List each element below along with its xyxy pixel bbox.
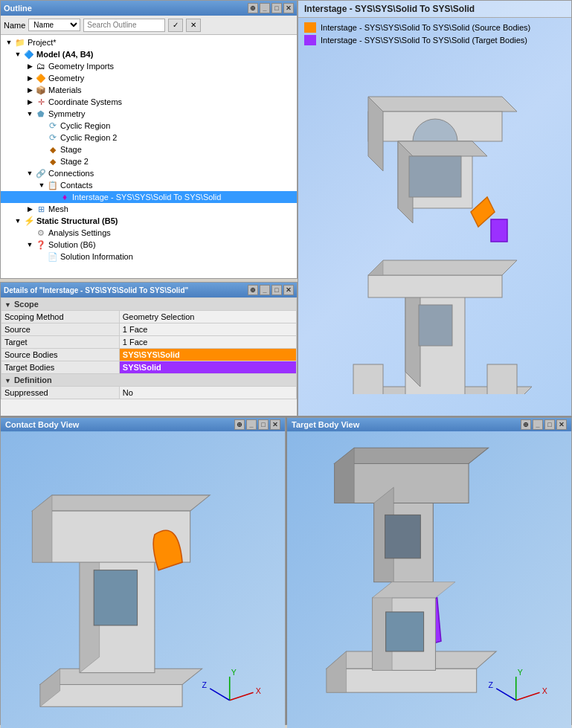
definition-toggle[interactable]: ▼ [4, 377, 11, 384]
maximize-button[interactable]: □ [271, 3, 282, 13]
contact-pin-btn[interactable]: ⊕ [234, 419, 245, 430]
minimize-button[interactable]: _ [260, 3, 270, 13]
details-panel: Details of "Interstage - SYS\SYS\Solid T… [0, 282, 298, 416]
expander-solution[interactable]: ▼ [25, 239, 35, 250]
svg-marker-0 [368, 97, 517, 112]
details-minimize-button[interactable]: _ [260, 285, 270, 295]
expander-interstage [48, 192, 59, 202]
target-body-view: Target Body View ⊕ _ □ ✕ [286, 417, 572, 725]
tree-item-mesh[interactable]: ▶ ⊞ Mesh [1, 203, 297, 215]
row-target-bodies: Target Bodies SYS\Solid [1, 361, 297, 374]
tree-label-solution: Solution (B6) [48, 240, 96, 249]
svg-text:Y: Y [518, 668, 523, 677]
tree-item-analysis-settings[interactable]: ⚙ Analysis Settings [1, 227, 297, 239]
pin-button[interactable]: ⊕ [248, 3, 258, 13]
val-scoping-method: Geometry Selection [119, 311, 296, 323]
tree-label-connections: Connections [48, 169, 94, 178]
svg-rect-54 [386, 612, 424, 651]
tree-item-model[interactable]: ▼ 🔷 Model (A4, B4) [1, 48, 297, 60]
tree-item-stage2[interactable]: ◆ Stage 2 [1, 155, 297, 167]
tree-item-solution-info[interactable]: 📄 Solution Information [1, 251, 297, 262]
expander-contacts[interactable]: ▼ [36, 180, 47, 190]
tree-item-geometry[interactable]: ▶ 🔶 Geometry [1, 72, 297, 84]
tree-item-static-structural[interactable]: ▼ ⚡ Static Structural (B5) [1, 215, 297, 227]
geo-imports-icon: 🗂 [35, 61, 47, 71]
expander-connections[interactable]: ▼ [25, 168, 35, 178]
expander-geo-imports[interactable]: ▶ [25, 61, 35, 71]
tree-item-connections[interactable]: ▼ 🔗 Connections [1, 167, 297, 179]
expander-sol-info [36, 251, 47, 262]
mesh-icon: ⊞ [35, 204, 47, 214]
svg-marker-21 [368, 260, 517, 275]
target-body-controls: ⊕ _ □ ✕ [521, 419, 567, 430]
target-body-canvas: X Y Z [287, 431, 571, 728]
val-target: 1 Face [119, 336, 296, 349]
tree-item-materials[interactable]: ▶ 📦 Materials [1, 84, 297, 96]
expander-model[interactable]: ▼ [13, 49, 23, 59]
val-source: 1 Face [119, 323, 296, 336]
row-source: Source 1 Face [1, 323, 297, 336]
bottom-section: Contact Body View ⊕ _ □ ✕ [0, 416, 572, 725]
expander-geometry[interactable]: ▶ [25, 73, 35, 83]
outline-titlebar: Outline ⊕ _ □ ✕ [1, 1, 297, 16]
contact-body-view: Contact Body View ⊕ _ □ ✕ [0, 417, 286, 725]
name-dropdown[interactable]: Name [28, 19, 80, 31]
val-source-bodies: SYS\SYS\Solid [119, 349, 296, 361]
cyclic-icon2: ⟳ [47, 132, 59, 143]
tree-item-cyclic-region[interactable]: ⟳ Cyclic Region [1, 120, 297, 132]
svg-rect-9 [491, 219, 507, 242]
outline-panel: Outline ⊕ _ □ ✕ Name Name ✓ [0, 0, 298, 279]
expander-coord-sys[interactable]: ▶ [25, 97, 35, 107]
expander-stage [36, 144, 47, 155]
tree-item-solution[interactable]: ▼ ❓ Solution (B6) [1, 239, 297, 251]
prop-scoping-method: Scoping Method [1, 311, 120, 323]
tree-label-cyclic2: Cyclic Region 2 [60, 133, 117, 142]
tree-item-symmetry[interactable]: ▼ ⬟ Symmetry [1, 108, 297, 120]
svg-marker-6 [398, 141, 487, 156]
tree-item-coordinate-systems[interactable]: ▶ ✛ Coordinate Systems [1, 96, 297, 108]
close-button[interactable]: ✕ [283, 3, 294, 13]
tree-item-geometry-imports[interactable]: ▶ 🗂 Geometry Imports [1, 60, 297, 72]
svg-text:Z: Z [489, 680, 494, 689]
row-target: Target 1 Face [1, 336, 297, 349]
stage-icon: ◆ [47, 144, 59, 155]
main-view-legend: Interstage - SYS\SYS\Solid To SYS\Solid … [298, 18, 571, 52]
tree-item-interstage[interactable]: ♦ Interstage - SYS\SYS\Solid To SYS\Soli… [1, 191, 297, 203]
tree-item-project[interactable]: ▼ 📁 Project* [1, 36, 297, 48]
search-cancel-button[interactable]: ✕ [186, 19, 201, 32]
tree-label-solution-info: Solution Information [60, 252, 133, 261]
contact-close-btn[interactable]: ✕ [270, 419, 280, 430]
coord-sys-icon: ✛ [35, 97, 47, 107]
materials-icon: 📦 [35, 85, 47, 95]
tree-label-analysis-settings: Analysis Settings [48, 228, 111, 237]
details-maximize-button[interactable]: □ [271, 285, 282, 295]
scope-toggle[interactable]: ▼ [4, 301, 11, 309]
contact-max-btn[interactable]: □ [258, 419, 269, 430]
contact-min-btn[interactable]: _ [246, 419, 257, 430]
tree-item-cyclic-region2[interactable]: ⟳ Cyclic Region 2 [1, 132, 297, 144]
expander-mesh[interactable]: ▶ [25, 204, 35, 214]
expander-symmetry[interactable]: ▼ [25, 109, 35, 119]
details-close-button[interactable]: ✕ [283, 285, 294, 295]
target-max-btn[interactable]: □ [544, 419, 555, 430]
sol-info-icon: 📄 [47, 251, 59, 262]
expander-materials[interactable]: ▶ [25, 85, 35, 95]
target-close-btn[interactable]: ✕ [556, 419, 567, 430]
target-min-btn[interactable]: _ [533, 419, 543, 430]
svg-rect-25 [40, 685, 182, 707]
val-suppressed: No [119, 387, 296, 399]
search-input[interactable] [83, 19, 165, 32]
tree-item-stage[interactable]: ◆ Stage [1, 144, 297, 155]
tree-label-stage: Stage [60, 145, 82, 154]
details-pin-button[interactable]: ⊕ [248, 285, 258, 295]
legend-item-source: Interstage - SYS\SYS\Solid To SYS\Solid … [304, 22, 565, 33]
search-confirm-button[interactable]: ✓ [168, 19, 183, 32]
contact-body-titlebar: Contact Body View ⊕ _ □ ✕ [1, 418, 285, 431]
tree-item-contacts[interactable]: ▼ 📋 Contacts [1, 179, 297, 191]
solution-icon: ❓ [35, 239, 47, 250]
expander-static-struct[interactable]: ▼ [13, 216, 23, 226]
target-pin-btn[interactable]: ⊕ [521, 419, 531, 430]
expander-project[interactable]: ▼ [4, 37, 14, 48]
analysis-icon: ⚙ [35, 228, 47, 238]
details-title-label: Details of "Interstage - SYS\SYS\Solid T… [4, 286, 188, 294]
